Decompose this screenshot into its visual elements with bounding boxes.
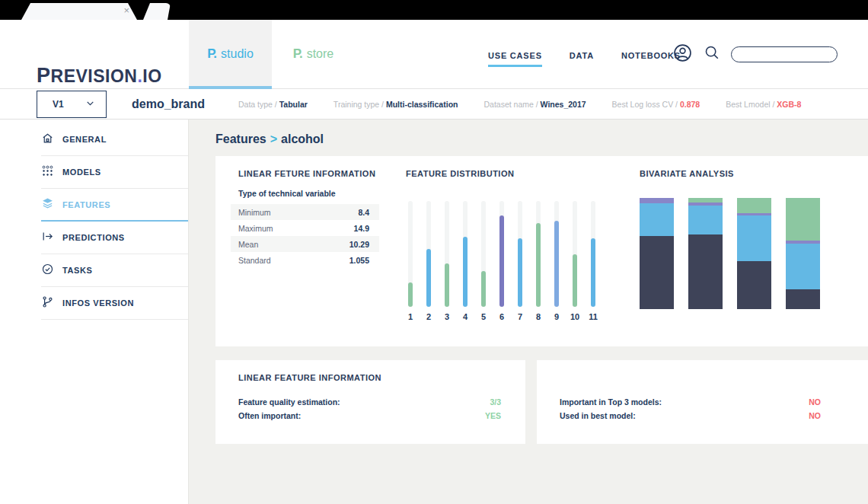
meta-training-type: Training type / Multi-classification [333,100,458,109]
project-name: demo_brand [132,97,205,111]
bivariate-segment-blue[interactable] [640,203,674,235]
distribution-bar-track [499,201,504,307]
distribution-x-label: 9 [554,312,559,321]
sidebar-item-general[interactable]: GENERAL [41,123,188,156]
distribution-bar[interactable] [408,282,413,307]
tab-studio-label: studio [221,47,254,61]
bivariate-segment-green[interactable] [737,198,771,213]
search-icon[interactable] [704,44,720,64]
distribution-x-label: 4 [463,312,468,321]
bivariate-segment-blue[interactable] [786,244,820,289]
sidebar-item-infos-version[interactable]: INFOS VERSION [41,287,188,320]
kv-row: Important in Top 3 models: NO [560,395,821,409]
meta-label: Best Log loss CV / [612,100,678,109]
meta-value: XGB-8 [777,100,801,109]
distribution-bar-track [554,201,559,307]
logo-name: REVISION [51,66,138,86]
distribution-bar[interactable] [554,221,559,307]
sidebar-item-models[interactable]: MODELS [41,156,188,189]
bivariate-bar[interactable] [737,198,771,309]
user-account-icon[interactable] [672,43,693,66]
bivariate-segment-purple[interactable] [640,198,674,203]
top-nav: USE CASES DATA NOTEBOOKS [488,20,681,88]
panel-title: LINEAR FEATURE INFORMATION [238,373,381,383]
browser-tab[interactable]: × [21,3,137,20]
distribution-x-label: 5 [481,312,486,321]
feature-quality-card: LINEAR FEATURE INFORMATION Feature quali… [215,360,525,444]
distribution-bar[interactable] [591,238,595,307]
bivariate-segment-blue[interactable] [737,215,771,261]
kv-value: 3/3 [490,395,501,409]
search-input[interactable] [731,46,838,62]
meta-best-model: Best Lmodel / XGB-8 [726,100,801,109]
distribution-bar[interactable] [426,249,431,307]
bivariate-bar[interactable] [786,198,820,309]
sidebar-item-predictions[interactable]: PREDICTIONS [41,222,188,254]
tab-studio[interactable]: P. studio [189,20,272,88]
bivariate-segment-green[interactable] [786,198,820,240]
breadcrumb-section[interactable]: Features [215,132,266,145]
header-right [672,20,838,88]
bivariate-segment-dark[interactable] [786,289,820,309]
linear-feature-info-panel: LINEAR FETURE INFORMATION Type of techni… [238,169,410,268]
distribution-x-label: 3 [445,312,449,321]
bivariate-segment-dark[interactable] [640,236,674,309]
meta-value: Multi-classification [386,100,458,109]
distribution-bar-track [426,201,431,307]
sidebar-item-label: TASKS [62,266,92,275]
meta-label: Data type / [238,100,277,109]
browser-tabbar: × [0,0,868,20]
version-label: V1 [53,99,64,110]
distribution-bar[interactable] [499,215,504,307]
breadcrumb: Features>alcohol [215,132,868,147]
distribution-bar[interactable] [481,271,486,307]
distribution-x-label: 10 [573,312,577,321]
distribution-x-label: 2 [426,312,431,321]
breadcrumb-separator: > [266,132,281,145]
studio-logo-icon: P. [207,46,216,62]
usecase-meta: Data type / Tabular Training type / Mult… [238,89,801,119]
sidebar-item-features[interactable]: FEATURES [41,189,188,222]
distribution-bar-track [481,201,486,307]
table-row: Minimum 8.4 [231,204,379,220]
bivariate-bar[interactable] [688,198,723,309]
distribution-bar[interactable] [518,238,522,307]
feature-detail-card: LINEAR FETURE INFORMATION Type of techni… [215,156,868,346]
bivariate-segment-dark[interactable] [688,234,723,309]
kv-rows: Feature quality estimation: 3/3 Often im… [238,395,501,423]
kv-row: Often important: YES [238,409,501,423]
sidebar-item-label: FEATURES [62,200,110,209]
nav-use-cases[interactable]: USE CASES [488,48,542,60]
kv-label: Feature quality estimation: [238,395,340,409]
distribution-x-label: 1 [408,312,413,321]
arrow-bar-icon [41,230,54,246]
logo-tld: IO [142,66,161,86]
close-icon[interactable]: × [123,5,129,16]
app-logo: PREVISION.IO [37,64,162,88]
panel-title: LINEAR FETURE INFORMATION [238,169,410,179]
bivariate-bar[interactable] [640,198,674,309]
version-select[interactable]: V1 [37,91,107,118]
chevron-down-icon [85,97,95,111]
meta-label: Training type / [333,100,384,109]
distribution-bar[interactable] [445,263,449,307]
subheader: V1 demo_brand Data type / Tabular Traini… [0,89,868,120]
distribution-bar[interactable] [536,223,541,307]
distribution-bar-track [536,201,541,307]
distribution-bar[interactable] [463,237,468,307]
sidebar-item-tasks[interactable]: TASKS [41,254,188,287]
app-window: × PREVISION.IO P. studio P. store USE CA… [0,0,868,504]
distribution-bar-track [573,201,577,307]
bivariate-segment-dark[interactable] [737,261,771,309]
distribution-bar[interactable] [573,254,577,308]
kv-value: YES [485,409,501,423]
store-logo-icon: P. [293,46,302,62]
nav-data[interactable]: DATA [570,48,594,60]
layers-icon [41,196,54,212]
distribution-bar-track [463,201,468,307]
bivariate-segment-blue[interactable] [688,206,723,235]
browser-tab-small[interactable] [143,3,171,20]
page-body: GENERAL MODELS [0,120,868,504]
models-grid-icon [41,164,54,180]
tab-store[interactable]: P. store [272,20,355,88]
